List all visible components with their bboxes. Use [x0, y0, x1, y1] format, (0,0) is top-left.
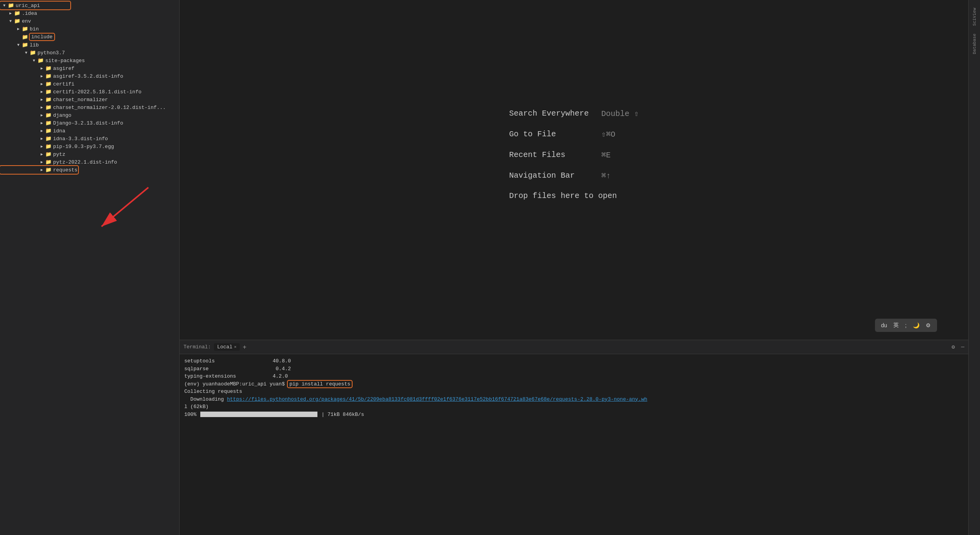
- tree-item-pytz-dist[interactable]: ▶ 📁 pytz-2022.1.dist-info: [0, 158, 179, 166]
- tree-item-label: python3.7: [37, 50, 65, 56]
- tree-item-label: site-packages: [45, 58, 85, 64]
- tree-item-lib[interactable]: ▼ 📁 lib: [0, 41, 179, 49]
- toolbar-settings-btn[interactable]: ⚙: [924, 321, 932, 329]
- toolbar-du-btn[interactable]: du: [880, 321, 889, 329]
- progress-bar-container: 100% | 71kB 846kB/s: [184, 411, 964, 419]
- terminal-minimize-icon[interactable]: ─: [961, 344, 964, 350]
- arrow-icon: ▼: [16, 43, 21, 47]
- tree-item-pip-egg[interactable]: ▶ 📁 pip-19.0.3-py3.7.egg: [0, 143, 179, 150]
- folder-icon: 📁: [14, 18, 20, 24]
- tree-item-certifi[interactable]: ▶ 📁 certifi: [0, 80, 179, 88]
- arrow-icon: ▶: [39, 89, 45, 94]
- folder-icon: 📁: [45, 65, 52, 71]
- tree-item-label: charset_normalizer-2.0.12.dist-inf...: [53, 105, 166, 111]
- tree-item-include[interactable]: ▶ 📁 include: [0, 33, 179, 41]
- editor-area: Search Everywhere Double ⇧ Go to File ⇧⌘…: [180, 0, 968, 340]
- terminal-line: setuptools 40.8.0: [184, 357, 964, 365]
- tree-item-env[interactable]: ▼ 📁 env: [0, 17, 179, 25]
- folder-icon: 📁: [45, 143, 52, 150]
- tree-item-label: asgiref-3.5.2.dist-info: [53, 73, 123, 79]
- shortcut-key: ⇧⌘O: [601, 129, 615, 139]
- tree-item-label: certifi: [53, 81, 75, 87]
- terminal-tab-label: Local: [217, 344, 232, 350]
- arrow-icon: ▶: [39, 74, 45, 78]
- arrow-icon: ▶: [39, 144, 45, 149]
- toolbar-moon-btn[interactable]: 🌙: [911, 321, 921, 329]
- folder-icon: 📁: [45, 73, 52, 79]
- toolbar-english-btn[interactable]: 英: [892, 321, 900, 330]
- folder-icon: 📁: [45, 151, 52, 157]
- download-link[interactable]: https://files.pythonhosted.org/packages/…: [227, 396, 647, 402]
- tree-item-requests[interactable]: ▶ 📁 requests: [0, 166, 78, 174]
- arrow-icon: ▼: [8, 19, 13, 23]
- shortcuts-panel: Search Everywhere Double ⇧ Go to File ⇧⌘…: [509, 109, 639, 200]
- pip-install-command: pip install requests: [288, 381, 352, 387]
- folder-icon: 📁: [45, 112, 52, 118]
- database-label[interactable]: Database: [972, 34, 977, 54]
- tree-item-idna[interactable]: ▶ 📁 idna: [0, 127, 179, 135]
- folder-icon: 📁: [30, 50, 36, 56]
- tree-item-idna-dist[interactable]: ▶ 📁 idna-3.3.dist-info: [0, 135, 179, 143]
- arrow-icon: ▼: [23, 51, 29, 55]
- folder-icon: 📁: [45, 104, 52, 111]
- terminal-add-tab-btn[interactable]: +: [243, 344, 246, 351]
- shortcut-navigation-bar: Navigation Bar ⌘↑: [509, 171, 611, 180]
- folder-icon: 📁: [45, 159, 52, 165]
- terminal-line: Downloading https://files.pythonhosted.o…: [184, 396, 964, 403]
- folder-icon: 📁: [45, 81, 52, 87]
- tree-item-site-packages[interactable]: ▼ 📁 site-packages: [0, 57, 179, 64]
- folder-icon: 📁: [22, 26, 28, 32]
- progress-percent: 100%: [184, 411, 196, 419]
- shortcut-label: Go to File: [509, 130, 595, 139]
- shortcut-key: ⌘↑: [601, 171, 611, 180]
- shortcut-key: ⌘E: [601, 150, 611, 160]
- terminal-line: Collecting requests: [184, 388, 964, 396]
- arrow-icon: ▼: [2, 4, 7, 8]
- tree-item-idea[interactable]: ▶ 📁 .idea: [0, 9, 179, 17]
- terminal-local-tab[interactable]: Local ×: [214, 343, 240, 351]
- folder-icon: 📁: [45, 96, 52, 103]
- folder-icon: 📁: [45, 167, 52, 173]
- tree-item-asgiref[interactable]: ▶ 📁 asgiref: [0, 64, 179, 72]
- arrow-icon: ▶: [39, 168, 45, 172]
- arrow-icon: ▶: [39, 160, 45, 164]
- toolbar-semicolon-btn[interactable]: ;: [903, 321, 908, 329]
- arrow-icon: ▶: [39, 97, 45, 102]
- shortcut-go-to-file: Go to File ⇧⌘O: [509, 129, 615, 139]
- tree-item-charset-dist[interactable]: ▶ 📁 charset_normalizer-2.0.12.dist-inf..…: [0, 103, 179, 111]
- right-sidebar-strip: SciView Database: [968, 0, 980, 535]
- progress-bar: [200, 412, 317, 417]
- terminal-command-line: (env) yuanhaodeMBP:uric_api yuan$ pip in…: [184, 380, 964, 388]
- tree-item-uric-api[interactable]: ▼ 📁 uric_api: [0, 2, 70, 9]
- sciview-label[interactable]: SciView: [972, 8, 977, 26]
- terminal-area: Terminal: Local × + ⚙ ─ setuptools 40.8.…: [180, 340, 968, 535]
- folder-icon: 📁: [8, 2, 14, 9]
- tree-item-python37[interactable]: ▼ 📁 python3.7: [0, 49, 179, 57]
- tree-item-label: requests: [53, 167, 77, 173]
- folder-icon: 📁: [22, 34, 28, 40]
- tree-item-django-dist[interactable]: ▶ 📁 Django-3.2.13.dist-info: [0, 119, 179, 127]
- close-icon[interactable]: ×: [234, 345, 237, 350]
- arrow-icon: ▶: [16, 27, 21, 31]
- tree-item-certifi-dist[interactable]: ▶ 📁 certifi-2022.5.18.1.dist-info: [0, 88, 179, 96]
- arrow-icon: ▶: [39, 128, 45, 133]
- arrow-icon: ▶: [39, 136, 45, 141]
- shortcut-label: Navigation Bar: [509, 171, 595, 180]
- tree-item-django[interactable]: ▶ 📁 django: [0, 111, 179, 119]
- tree-item-charset[interactable]: ▶ 📁 charset_normalizer: [0, 96, 179, 103]
- tree-item-pytz[interactable]: ▶ 📁 pytz: [0, 150, 179, 158]
- drop-files-label: Drop files here to open: [509, 191, 617, 200]
- tree-item-asgiref-dist[interactable]: ▶ 📁 asgiref-3.5.2.dist-info: [0, 72, 179, 80]
- tree-item-label: Django-3.2.13.dist-info: [53, 120, 123, 126]
- terminal-settings-icon[interactable]: ⚙: [951, 344, 955, 350]
- bottom-right-toolbar[interactable]: du 英 ; 🌙 ⚙: [875, 319, 937, 332]
- arrow-icon: ▶: [39, 105, 45, 110]
- arrow-icon: ▶: [39, 113, 45, 118]
- tree-item-bin[interactable]: ▶ 📁 bin: [0, 25, 179, 33]
- terminal-title: Terminal:: [184, 344, 211, 350]
- tree-item-label: django: [53, 112, 71, 118]
- shortcut-key: Double ⇧: [601, 109, 639, 118]
- arrow-icon: ▶: [39, 82, 45, 86]
- terminal-content: setuptools 40.8.0 sqlparse 0.4.2 typing-…: [180, 354, 968, 535]
- file-tree-content: ▼ 📁 uric_api ▶ 📁 .idea ▼ 📁 env ▶ 📁 bin ▶…: [0, 0, 179, 535]
